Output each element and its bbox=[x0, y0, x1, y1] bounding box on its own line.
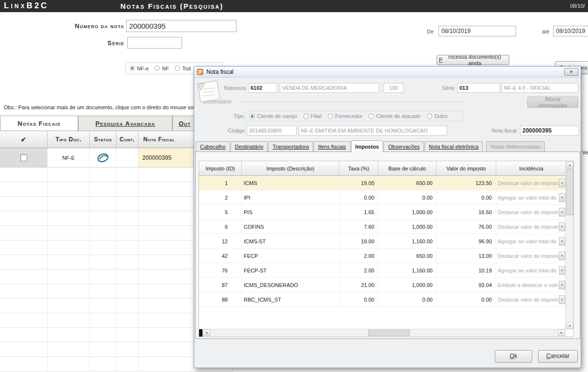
codigo-input[interactable]: 30148533809 bbox=[247, 126, 297, 135]
impostos-grid-body: 1ICMS19.00650.00123.50Destacar valor do … bbox=[199, 176, 573, 307]
imposto-row[interactable]: 1ICMS19.00650.00123.50Destacar valor do … bbox=[199, 176, 573, 190]
col-base-de-calculo[interactable]: Base de cálculo bbox=[378, 161, 437, 176]
cancel-button[interactable]: Cancelar bbox=[538, 350, 578, 363]
imposto-row[interactable]: 12ICMS-ST19.001,160.0096.90Agregar ao va… bbox=[199, 234, 573, 249]
natureza-desc-input[interactable]: VENDA DE MERCADORIA bbox=[280, 83, 379, 93]
dropdown-arrow-icon[interactable]: ▼ bbox=[559, 222, 565, 231]
imposto-row[interactable]: 42FECP2.00650.0013.00Destacar valor do i… bbox=[199, 249, 573, 263]
imposto-valor-cell: 10.19 bbox=[437, 263, 496, 277]
de-date-input[interactable]: 08/10/2019 bbox=[438, 26, 516, 36]
tipo-doc-column-header[interactable]: Tipo Doc. bbox=[48, 131, 90, 148]
imposto-taxa-cell: 0.00 bbox=[339, 190, 378, 204]
serie-label: Série bbox=[90, 39, 124, 47]
incidencia-select[interactable]: Destacar valor do imposto▼ bbox=[496, 249, 566, 263]
imposto-row[interactable]: 5PIS1.651,000.0016.50Destacar valor do i… bbox=[199, 205, 573, 220]
imposto-desc-cell: PIS bbox=[242, 205, 339, 219]
imposto-row[interactable]: 87ICMS_DESONERADO21.001,000.0093.04Embut… bbox=[199, 278, 573, 292]
dropdown-arrow-icon[interactable]: ▼ bbox=[559, 193, 565, 202]
imposto-taxa-cell: 1.65 bbox=[339, 205, 378, 219]
processa-documentos-button[interactable]: Processa documento(s) ainda bbox=[437, 55, 509, 65]
tab-impostos[interactable]: Impostos bbox=[351, 140, 384, 152]
incidencia-select[interactable]: Agregar ao valor total da▼ bbox=[496, 263, 566, 277]
imposto-row[interactable]: 88RBC_ICMS_ST0.000.000.00Destacar valor … bbox=[199, 292, 573, 307]
natureza-code-input[interactable]: 6102 bbox=[248, 83, 277, 93]
numero-da-nota-input[interactable]: 200000395 bbox=[126, 20, 236, 32]
dialog-title: Nota fiscal bbox=[206, 68, 234, 75]
dropdown-arrow-icon[interactable]: ▼ bbox=[559, 208, 565, 217]
col-incidencia[interactable]: Incidência bbox=[496, 161, 566, 176]
incidencia-select[interactable]: Destacar valor do imposto▼ bbox=[496, 205, 566, 219]
radio-dot-icon bbox=[154, 66, 160, 71]
horizontal-scrollbar[interactable]: ◄ ► bbox=[199, 329, 566, 337]
imposto-id-cell: 2 bbox=[199, 190, 242, 204]
tab-label: Notas Fiscais bbox=[17, 120, 60, 127]
row-checkbox[interactable] bbox=[20, 154, 27, 161]
tab-notas-fiscais[interactable]: Notas Fiscais bbox=[0, 116, 78, 131]
serie-code-input[interactable]: 013 bbox=[457, 83, 500, 93]
close-button[interactable]: ✕ bbox=[564, 68, 578, 76]
natureza-extra-input[interactable]: 100 bbox=[384, 83, 403, 93]
radio-filial[interactable]: Filial bbox=[303, 113, 322, 119]
tab-observacoes[interactable]: Observações bbox=[384, 141, 424, 152]
ok-button[interactable]: Ok bbox=[495, 350, 532, 363]
obs-text: Obs.: Para selecionar mais de um documen… bbox=[4, 104, 196, 110]
tab-pesquisa-avancada[interactable]: Pesquisa Avançada bbox=[78, 116, 172, 131]
imposto-row[interactable]: 2IPI0.000.000.00Agregar ao valor total d… bbox=[199, 190, 573, 205]
scroll-left-icon[interactable]: ◄ bbox=[203, 329, 210, 336]
col-imposto-id[interactable]: Imposto (ID) bbox=[199, 161, 242, 176]
incidencia-select[interactable]: Agregar ao valor total da▼ bbox=[496, 190, 566, 204]
cont-column-header[interactable]: Cont. bbox=[117, 131, 138, 148]
scroll-down-icon[interactable]: ▼ bbox=[566, 322, 573, 329]
dropdown-arrow-icon[interactable]: ▼ bbox=[559, 237, 565, 246]
tab-destinatario[interactable]: Destinatário bbox=[231, 141, 268, 152]
dialog-nota-fiscal-input[interactable]: 200000395 bbox=[520, 126, 579, 135]
tab-transportadora[interactable]: Transportadora bbox=[268, 141, 313, 152]
codigo-desc-input[interactable]: NF-E EMITIDA EM AMBIENTE DE HOMOLOGACAO bbox=[299, 126, 447, 135]
radio-label: Outro bbox=[434, 113, 448, 119]
radio-nf[interactable]: NF bbox=[154, 66, 169, 71]
col-taxa[interactable]: Taxa (%) bbox=[339, 161, 378, 176]
imposto-row[interactable]: 6COFINS7.601,000.0076.00Destacar valor d… bbox=[199, 220, 573, 234]
radio-label: Filial bbox=[311, 113, 322, 119]
radio-dot-icon bbox=[427, 114, 432, 119]
status-column-header[interactable]: Status bbox=[90, 131, 117, 148]
dropdown-arrow-icon[interactable]: ▼ bbox=[559, 252, 565, 260]
scroll-right-icon[interactable]: ► bbox=[558, 329, 565, 336]
imposto-taxa-cell: 2.00 bbox=[339, 249, 378, 263]
vertical-scrollbar[interactable]: ▲ ▼ bbox=[565, 161, 573, 329]
dropdown-arrow-icon[interactable]: ▼ bbox=[559, 266, 565, 275]
scroll-up-icon[interactable]: ▲ bbox=[566, 161, 573, 169]
col-imposto-descricao[interactable]: Imposto (Descrição) bbox=[242, 161, 339, 176]
radio-nfe[interactable]: NF-e bbox=[130, 66, 149, 71]
incidencia-select[interactable]: Destacar valor do imposto▼ bbox=[496, 292, 566, 306]
tab-cabecalho[interactable]: Cabeçalho bbox=[196, 141, 230, 152]
radio-cliente-de-atacado[interactable]: Cliente de atacado bbox=[369, 113, 420, 119]
vertical-scrollbar-thumb[interactable] bbox=[566, 169, 573, 215]
tab-label: Destinatário bbox=[235, 144, 264, 150]
incidencia-select[interactable]: Embutir e destacar o valo▼ bbox=[496, 278, 566, 292]
incidencia-select[interactable]: Destacar valor do imposto▼ bbox=[496, 220, 566, 234]
incidencia-select[interactable]: Agregar ao valor total da▼ bbox=[496, 234, 566, 248]
tab-nota-fiscal-eletronica[interactable]: Nota fiscal eletrônica bbox=[424, 141, 483, 152]
horizontal-scrollbar-thumb[interactable] bbox=[368, 330, 410, 336]
dialog-titlebar[interactable]: Nota fiscal ✕ bbox=[194, 67, 581, 78]
serie-input[interactable] bbox=[127, 37, 182, 49]
tab-itens-fiscais[interactable]: Itens fiscais bbox=[314, 141, 350, 152]
col-valor-do-imposto[interactable]: Valor do imposto bbox=[437, 161, 496, 176]
check-column-header[interactable]: ✔ bbox=[0, 131, 48, 148]
radio-todos[interactable]: Tod bbox=[175, 66, 191, 71]
dropdown-arrow-icon[interactable]: ▼ bbox=[559, 295, 565, 304]
radio-label: Cliente de atacado bbox=[376, 113, 420, 119]
incidencia-value: Destacar valor do imposto bbox=[498, 297, 559, 303]
imposto-desc-cell: FECP-ST bbox=[242, 263, 339, 277]
incidencia-select[interactable]: Destacar valor do imposto▼ bbox=[496, 176, 566, 190]
tab-label: Transportadora bbox=[272, 144, 309, 150]
imposto-row[interactable]: 76FECP-ST2.001,160.0010.19Agregar ao val… bbox=[199, 263, 573, 278]
dropdown-arrow-icon[interactable]: ▼ bbox=[559, 281, 565, 289]
radio-fornecedor[interactable]: Fornecedor bbox=[328, 113, 362, 119]
radio-outro[interactable]: Outro bbox=[427, 113, 448, 119]
radio-cliente-de-varejo[interactable]: Cliente de varejo bbox=[250, 113, 297, 119]
ate-date-input[interactable]: 08/10/2019 bbox=[553, 26, 588, 36]
dropdown-arrow-icon[interactable]: ▼ bbox=[559, 179, 565, 187]
serie-desc-input[interactable]: NF-E 4.0 - OFICIAL bbox=[502, 83, 578, 93]
